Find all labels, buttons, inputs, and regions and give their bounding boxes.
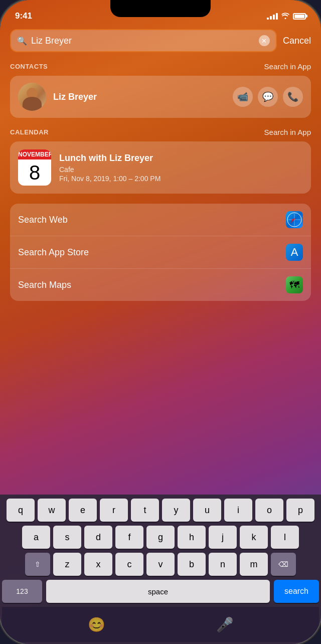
key-f[interactable]: f bbox=[115, 526, 143, 549]
key-s[interactable]: s bbox=[53, 526, 81, 549]
key-r[interactable]: r bbox=[100, 499, 128, 522]
key-v[interactable]: v bbox=[146, 553, 175, 576]
calendar-month: November bbox=[18, 149, 51, 159]
phone-frame: 9:41 🔍 bbox=[0, 0, 321, 644]
key-o[interactable]: o bbox=[255, 499, 283, 522]
phone-screen: 9:41 🔍 bbox=[0, 0, 321, 644]
battery-fill bbox=[294, 15, 304, 18]
contacts-search-in-app[interactable]: Search in App bbox=[264, 62, 311, 71]
key-z[interactable]: z bbox=[53, 553, 81, 576]
search-bar-row: 🔍 Liz Breyer ✕ Cancel bbox=[10, 29, 311, 52]
cancel-button[interactable]: Cancel bbox=[283, 36, 311, 46]
keyboard-row-3: ⇧ z x c v b n m ⌫ bbox=[2, 553, 319, 576]
key-d[interactable]: d bbox=[84, 526, 112, 549]
key-t[interactable]: t bbox=[131, 499, 159, 522]
delete-key[interactable]: ⌫ bbox=[271, 553, 296, 576]
suggestion-item-maps[interactable]: Search Maps 🗺 bbox=[10, 268, 311, 301]
search-bar[interactable]: 🔍 Liz Breyer ✕ bbox=[10, 29, 277, 52]
svg-text:A: A bbox=[291, 246, 298, 258]
calendar-day: 8 bbox=[18, 159, 51, 186]
main-content: 🔍 Liz Breyer ✕ Cancel CONTACTS Search in… bbox=[0, 25, 321, 301]
signal-bars-icon bbox=[267, 13, 278, 20]
suggestion-item-web[interactable]: Search Web bbox=[10, 204, 311, 236]
bottom-bar: 😊 🎤 bbox=[2, 607, 319, 642]
contact-card[interactable]: Liz Breyer 📹 💬 📞 bbox=[10, 76, 311, 118]
appstore-icon: A bbox=[286, 244, 303, 261]
status-icons bbox=[267, 12, 306, 21]
event-datetime: Fri, Nov 8, 2019, 1:00 – 2:00 PM bbox=[59, 175, 303, 183]
key-e[interactable]: e bbox=[69, 499, 97, 522]
key-l[interactable]: l bbox=[271, 526, 299, 549]
key-n[interactable]: n bbox=[209, 553, 237, 576]
event-title: Lunch with Liz Breyer bbox=[59, 153, 303, 164]
key-u[interactable]: u bbox=[193, 499, 221, 522]
notch bbox=[110, 0, 211, 17]
calendar-search-in-app[interactable]: Search in App bbox=[264, 128, 311, 136]
contacts-section-header: CONTACTS Search in App bbox=[10, 62, 311, 71]
suggestion-maps-label: Search Maps bbox=[18, 280, 71, 290]
numbers-key[interactable]: 123 bbox=[2, 580, 42, 603]
svg-marker-4 bbox=[291, 218, 296, 223]
keyboard: q w e r t y u i o p a s d f g h j k bbox=[0, 495, 321, 644]
key-q[interactable]: q bbox=[7, 499, 35, 522]
key-i[interactable]: i bbox=[224, 499, 252, 522]
keyboard-row-2: a s d f g h j k l bbox=[2, 526, 319, 549]
suggestions-card: Search Web Search App Store bbox=[10, 204, 311, 301]
maps-icon: 🗺 bbox=[286, 276, 303, 293]
video-call-button[interactable]: 📹 bbox=[233, 87, 253, 107]
calendar-event-details: Lunch with Liz Breyer Cafe Fri, Nov 8, 2… bbox=[59, 153, 303, 183]
emoji-button[interactable]: 😊 bbox=[88, 616, 105, 633]
key-a[interactable]: a bbox=[22, 526, 50, 549]
safari-icon bbox=[286, 211, 303, 228]
search-icon: 🔍 bbox=[17, 36, 27, 46]
contact-name: Liz Breyer bbox=[53, 92, 226, 102]
search-input[interactable]: Liz Breyer bbox=[31, 36, 255, 46]
key-g[interactable]: g bbox=[146, 526, 175, 549]
calendar-section-title: CALENDAR bbox=[10, 128, 49, 136]
key-j[interactable]: j bbox=[209, 526, 237, 549]
key-y[interactable]: y bbox=[162, 499, 190, 522]
search-key[interactable]: search bbox=[274, 580, 319, 603]
phone-button[interactable]: 📞 bbox=[283, 87, 303, 107]
suggestion-web-label: Search Web bbox=[18, 215, 68, 225]
space-key[interactable]: space bbox=[46, 580, 270, 603]
microphone-button[interactable]: 🎤 bbox=[216, 616, 234, 633]
status-time: 9:41 bbox=[15, 11, 32, 21]
keyboard-row-4: 123 space search bbox=[2, 580, 319, 603]
contacts-section-title: CONTACTS bbox=[10, 63, 48, 70]
suggestion-item-appstore[interactable]: Search App Store A bbox=[10, 236, 311, 268]
battery-icon bbox=[293, 13, 306, 20]
calendar-event-card[interactable]: November 8 Lunch with Liz Breyer Cafe Fr… bbox=[10, 141, 311, 194]
key-c[interactable]: c bbox=[115, 553, 143, 576]
key-x[interactable]: x bbox=[84, 553, 112, 576]
wifi-icon bbox=[281, 12, 290, 21]
shift-key[interactable]: ⇧ bbox=[25, 553, 50, 576]
key-h[interactable]: h bbox=[178, 526, 206, 549]
key-k[interactable]: k bbox=[240, 526, 268, 549]
key-m[interactable]: m bbox=[240, 553, 268, 576]
contact-actions: 📹 💬 📞 bbox=[233, 87, 303, 107]
avatar-image bbox=[18, 83, 46, 111]
avatar bbox=[18, 83, 46, 111]
key-p[interactable]: p bbox=[286, 499, 314, 522]
key-w[interactable]: w bbox=[38, 499, 66, 522]
event-location: Cafe bbox=[59, 166, 303, 174]
calendar-date-box: November 8 bbox=[18, 149, 51, 186]
suggestion-appstore-label: Search App Store bbox=[18, 247, 89, 258]
calendar-section-header: CALENDAR Search in App bbox=[10, 128, 311, 136]
message-button[interactable]: 💬 bbox=[258, 87, 278, 107]
key-b[interactable]: b bbox=[178, 553, 206, 576]
keyboard-row-1: q w e r t y u i o p bbox=[2, 499, 319, 522]
clear-button[interactable]: ✕ bbox=[259, 35, 270, 46]
